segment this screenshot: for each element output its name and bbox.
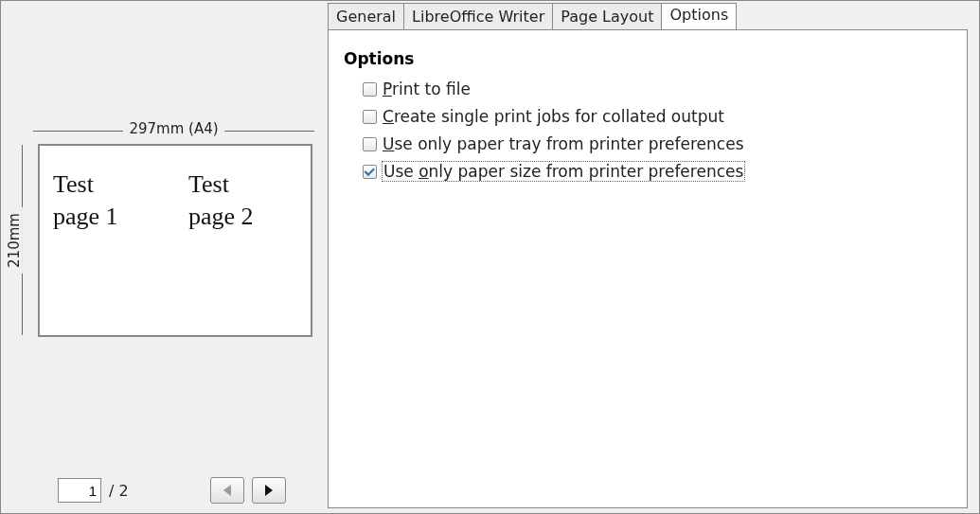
print-dialog: 297mm (A4) 210mm Test page 1 Test page 2… — [0, 0, 980, 514]
tab-libreoffice-writer[interactable]: LibreOffice Writer — [403, 3, 553, 29]
tab-general[interactable]: General — [328, 3, 404, 29]
options-heading: Options — [344, 49, 952, 68]
checkbox-icon — [363, 82, 377, 97]
arrow-left-icon — [223, 485, 231, 496]
preview-page-1: Test page 1 — [40, 146, 175, 335]
tab-page-layout[interactable]: Page Layout — [552, 3, 662, 29]
paper-width-label: 297mm (A4) — [123, 120, 223, 137]
arrow-right-icon — [265, 485, 273, 496]
options-panel: Options Print to file Create single prin… — [328, 29, 968, 508]
preview-pane: 297mm (A4) 210mm Test page 1 Test page 2… — [1, 1, 328, 513]
previous-page-button[interactable] — [210, 477, 244, 504]
tab-bar: General LibreOffice Writer Page Layout O… — [328, 3, 736, 29]
checkbox-paper-tray[interactable]: Use only paper tray from printer prefere… — [363, 134, 952, 153]
paper-height-label: 210mm — [5, 145, 24, 335]
checkbox-print-to-file[interactable]: Print to file — [363, 80, 952, 98]
page-number-input[interactable] — [58, 478, 101, 503]
checkbox-icon — [363, 110, 377, 124]
checkbox-paper-size[interactable]: Use only paper size from printer prefere… — [363, 162, 952, 181]
preview-page-2: Test page 2 — [175, 146, 311, 335]
checkbox-icon — [363, 137, 377, 151]
checkbox-icon — [363, 165, 377, 179]
settings-pane: General LibreOffice Writer Page Layout O… — [328, 1, 979, 513]
page-navigation: / 2 — [58, 477, 286, 504]
paper-preview: Test page 1 Test page 2 — [38, 144, 312, 337]
page-total-label: / 2 — [109, 482, 129, 500]
next-page-button[interactable] — [252, 477, 286, 504]
tab-options[interactable]: Options — [661, 3, 737, 29]
checkbox-single-print-jobs[interactable]: Create single print jobs for collated ou… — [363, 107, 952, 126]
